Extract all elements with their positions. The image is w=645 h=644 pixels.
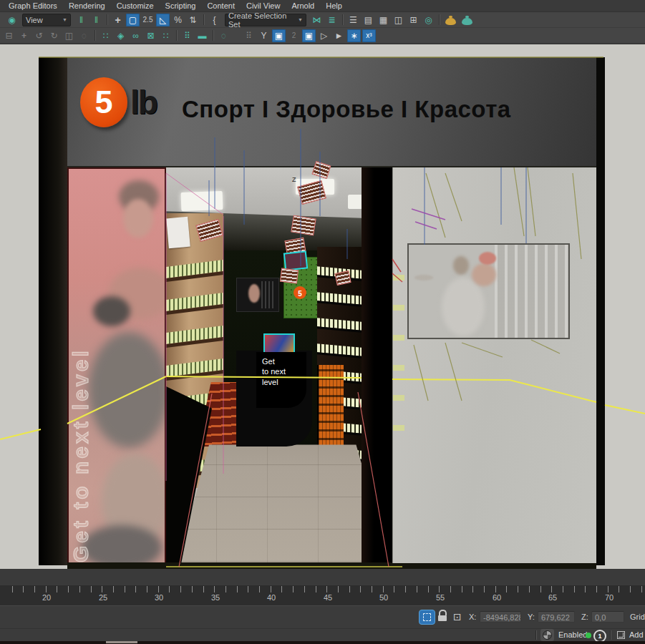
angle-snap-icon[interactable]: ◺	[156, 14, 170, 26]
layer-explorer-icon[interactable]: ☰	[346, 14, 360, 26]
snap-grid-icon[interactable]: ⠿	[242, 29, 256, 42]
snap-midpoint-icon[interactable]: ▣	[302, 29, 316, 42]
timeline-label: 65	[548, 593, 557, 602]
menu-content[interactable]: Content	[201, 1, 241, 10]
disabled-ring-icon[interactable]: ◌	[77, 29, 91, 42]
grid-setting-label: Grid	[630, 613, 645, 621]
material-editor-icon[interactable]: ◎	[422, 14, 435, 26]
timeline-label: 30	[155, 593, 163, 602]
z-coordinate-field[interactable]: 0,0	[591, 611, 624, 623]
separator	[535, 630, 536, 640]
z-coordinate-label: Z:	[581, 613, 588, 621]
snap-pivot-icon[interactable]: Y	[257, 29, 271, 42]
absolute-mode-icon[interactable]: ⊡	[453, 611, 462, 623]
chevron-down-icon: ▼	[294, 17, 303, 22]
track-bar[interactable]	[0, 569, 645, 586]
toolbar-separator	[176, 30, 177, 41]
selection-set-value: Create Selection Set	[228, 11, 294, 29]
snap-25d-icon[interactable]: 2.5	[141, 14, 155, 26]
toolbar-separator	[342, 14, 343, 25]
cube-icon[interactable]	[617, 631, 625, 639]
align-icon[interactable]: ≣	[325, 14, 339, 26]
timeline-label: 60	[493, 593, 501, 602]
select-object-icon[interactable]: ▢	[126, 14, 140, 26]
toolbar-separator	[439, 14, 440, 25]
timeline-label: 45	[324, 593, 332, 602]
toolbar-separator	[203, 14, 204, 25]
x-coordinate-field[interactable]: -84946,828	[480, 611, 521, 623]
viewport-wireframe-overlay	[0, 44, 645, 569]
render-setup-icon[interactable]	[445, 18, 456, 25]
snap-xyz-icon[interactable]: x³	[362, 29, 376, 42]
separator	[610, 630, 611, 640]
mirror-icon[interactable]: ⋈	[310, 14, 324, 26]
render-production-icon[interactable]	[462, 18, 472, 25]
schematic-view-icon[interactable]: ⊞	[407, 14, 420, 26]
timeline-label: 25	[99, 593, 107, 602]
disabled-window-icon[interactable]: ◫	[62, 29, 76, 42]
dashed-circle-icon[interactable]: ◌	[217, 29, 231, 42]
disabled-tool-icon[interactable]: +	[17, 29, 31, 42]
snap-frozen-icon[interactable]: ∗	[347, 29, 361, 42]
crossing-selection-icon[interactable]: ⊠	[144, 29, 157, 42]
enabled-label: Enabled:	[558, 630, 589, 639]
disabled-tool-icon[interactable]: ⊟	[2, 29, 16, 42]
timeline-ruler[interactable]: 20 25 30 35 40 45 50 55 60 65 70	[0, 585, 645, 605]
lattice-icon[interactable]: ∷	[159, 29, 173, 42]
capsule-tool-icon[interactable]: ▬	[195, 29, 209, 42]
secondary-toolbar: ⊟ + ↺ ↻ ◫ ◌ ∷ ◈ ∞ ⊠ ∷ ⠿ ▬ ◌ ⠿ Y ▣ 2 ▣ ▷ …	[0, 28, 645, 44]
menu-help[interactable]: Help	[320, 1, 348, 10]
create-selection-set-dropdown[interactable]: Create Selection Set ▼	[225, 14, 306, 26]
ribbon-toggle-icon[interactable]: ▦	[377, 14, 390, 26]
cursor-outline-icon[interactable]: ▷	[317, 29, 331, 42]
undo-icon[interactable]: ↺	[32, 29, 46, 42]
chevron-down-icon: ▼	[58, 17, 67, 22]
sphere-icon	[543, 630, 552, 640]
menu-graph-editors[interactable]: Graph Editors	[3, 1, 63, 10]
menu-civil-view[interactable]: Civil View	[241, 1, 286, 10]
percent-snap-icon[interactable]: %	[171, 14, 185, 26]
chain-icon[interactable]: ∞	[129, 29, 142, 42]
window-bottom-edge	[0, 641, 645, 644]
menu-scripting[interactable]: Scripting	[160, 1, 202, 10]
add-button[interactable]: Add	[629, 630, 644, 639]
timeline-label: 55	[436, 593, 445, 602]
sphere-button[interactable]	[540, 629, 554, 641]
cursor-filled-icon[interactable]: ►	[332, 29, 346, 42]
perspective-viewport[interactable]: 5 lb Спорт I Здоровье I Красота Get to n…	[0, 43, 645, 569]
menu-arnold[interactable]: Arnold	[286, 1, 320, 10]
menu-rendering[interactable]: Rendering	[63, 1, 111, 10]
y-coordinate-field[interactable]: 679,622	[538, 611, 575, 623]
timeline-label: 70	[605, 593, 614, 602]
grid-points-icon[interactable]: ⠿	[180, 29, 194, 42]
select-move-icon[interactable]: +	[111, 14, 125, 26]
unlink-selection-icon[interactable]: ‖	[89, 14, 103, 26]
enabled-status-dot	[586, 633, 591, 638]
select-manipulate-icon[interactable]: ◉	[5, 14, 19, 26]
soft-selection-icon[interactable]: ◈	[114, 29, 127, 42]
redo-icon[interactable]: ↻	[47, 29, 61, 42]
taskbar-notch	[106, 641, 137, 643]
scene-explorer-icon[interactable]: ▤	[362, 14, 375, 26]
curve-editor-icon[interactable]: ◫	[392, 14, 405, 26]
timeline-label: 40	[267, 593, 276, 602]
toolbar-separator	[107, 14, 107, 25]
selection-lock-icon[interactable]	[438, 610, 447, 621]
x-coordinate-label: X:	[469, 613, 476, 621]
timeline-label: 50	[379, 593, 388, 602]
menu-customize[interactable]: Customize	[111, 1, 160, 10]
snaps-toggle-icon[interactable]: ▣	[272, 29, 286, 42]
reference-coordinate-dropdown[interactable]: View ▼	[22, 14, 71, 26]
edit-named-selections-icon[interactable]: {	[208, 14, 221, 26]
timeline-ticks	[0, 586, 645, 592]
point-cloud-icon[interactable]: ∷	[99, 29, 112, 42]
3ds-max-window: { "menubar": { "items": ["Graph Editors"…	[0, 0, 645, 644]
bottom-overlay-bar: Enabled: 1 Add	[0, 628, 645, 642]
isolate-selection-toggle[interactable]	[419, 610, 435, 625]
timeline-label: 20	[42, 593, 51, 602]
status-bar: ⊡ X: -84946,828 Y: 679,622 Z: 0,0 Grid	[0, 605, 645, 629]
spinner-snap-icon[interactable]: ⇅	[186, 14, 200, 26]
toolbar-separator	[94, 30, 95, 41]
select-link-icon[interactable]: ‖	[74, 14, 88, 26]
snap-2d-icon[interactable]: 2	[287, 29, 301, 42]
